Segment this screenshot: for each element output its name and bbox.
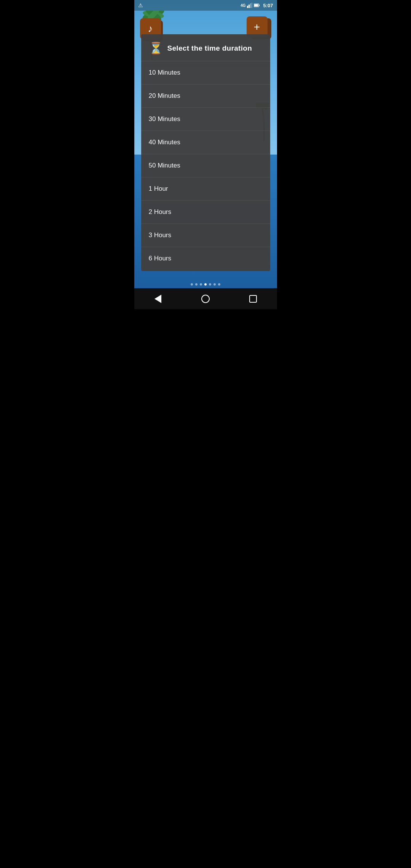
time-display: 5:07 — [263, 3, 273, 8]
right-status-icons: 4G 5:07 — [241, 3, 273, 8]
duration-item-3[interactable]: 40 Minutes — [141, 131, 270, 154]
plus-icon: + — [254, 22, 260, 32]
warning-icon: ⚠ — [138, 2, 143, 8]
duration-item-6[interactable]: 2 Hours — [141, 201, 270, 224]
dot-indicator-2 — [200, 283, 202, 286]
dot-indicator-3 — [204, 283, 207, 286]
dot-indicator-1 — [195, 283, 198, 286]
signal-icon — [247, 3, 252, 8]
duration-item-0[interactable]: 10 Minutes — [141, 61, 270, 85]
duration-item-5[interactable]: 1 Hour — [141, 177, 270, 201]
recents-button[interactable] — [245, 291, 261, 306]
svg-rect-10 — [252, 3, 252, 8]
back-icon — [155, 295, 161, 303]
svg-rect-9 — [250, 3, 251, 8]
home-button[interactable] — [198, 291, 213, 306]
back-button[interactable] — [150, 291, 166, 306]
dot-indicator-0 — [191, 283, 193, 286]
hourglass-icon: ⏳ — [149, 43, 163, 54]
recents-icon — [249, 295, 257, 303]
page-indicators — [134, 283, 277, 286]
svg-rect-8 — [249, 5, 250, 8]
dot-indicator-5 — [213, 283, 216, 286]
dot-indicator-4 — [209, 283, 211, 286]
duration-item-4[interactable]: 50 Minutes — [141, 154, 270, 177]
dialog-header: ⏳ Select the time duration — [141, 34, 270, 61]
duration-list: 10 Minutes20 Minutes30 Minutes40 Minutes… — [141, 61, 270, 268]
duration-item-2[interactable]: 30 Minutes — [141, 108, 270, 131]
network-indicator: 4G — [241, 3, 245, 8]
battery-icon — [254, 3, 260, 8]
svg-rect-7 — [247, 6, 248, 8]
dialog-title: Select the time duration — [167, 44, 252, 53]
duration-item-1[interactable]: 20 Minutes — [141, 85, 270, 108]
duration-item-8[interactable]: 6 Hours — [141, 247, 270, 268]
svg-rect-12 — [259, 5, 260, 6]
time-duration-dialog: ⏳ Select the time duration 10 Minutes20 … — [141, 34, 270, 271]
bottom-nav-bar — [134, 288, 277, 309]
music-note-icon: ♪ — [148, 23, 153, 35]
dot-indicator-6 — [218, 283, 220, 286]
svg-rect-13 — [254, 4, 258, 6]
home-icon — [201, 295, 210, 303]
duration-item-7[interactable]: 3 Hours — [141, 224, 270, 247]
status-bar: ⚠ 4G 5:07 — [134, 0, 277, 11]
